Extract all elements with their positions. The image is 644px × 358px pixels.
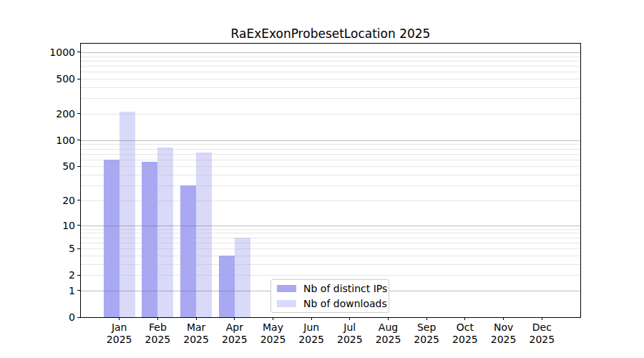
bar-downloads-mar-2025: [196, 153, 212, 318]
x-tick-mark: [311, 317, 312, 320]
y-tick-mark: [77, 290, 81, 291]
legend-label-downloads: Nb of downloads: [303, 298, 387, 310]
y-tick-label: 10: [34, 220, 75, 231]
bar-distinct-ips-apr-2025: [219, 256, 235, 317]
gridline-minor: [81, 160, 580, 160]
gridline-minor: [81, 72, 580, 72]
gridline-major: [81, 52, 580, 53]
y-tick-mark: [77, 52, 81, 52]
gridline-minor: [81, 243, 580, 243]
legend-swatch-distinct-ips-icon: [277, 285, 296, 292]
bar-distinct-ips-jan-2025: [104, 160, 119, 317]
y-tick-mark: [77, 140, 81, 140]
x-tick-label-line: Dec: [518, 321, 565, 334]
gridline-minor: [81, 256, 580, 256]
gridline-minor: [81, 98, 580, 99]
chart-figure: RaExExonProbesetLocation 2025 0125102050…: [0, 0, 644, 358]
y-tick-label: 500: [34, 73, 75, 84]
gridline-major: [81, 226, 580, 226]
y-tick-label: 20: [34, 195, 75, 206]
gridline-minor: [81, 248, 580, 249]
x-tick-mark: [196, 317, 197, 320]
gridline-minor: [81, 238, 580, 238]
y-tick-label: 5: [34, 243, 75, 254]
y-tick-label: 200: [34, 108, 75, 120]
gridline-minor: [81, 66, 580, 67]
gridline-minor: [81, 264, 580, 265]
gridline-minor: [81, 275, 580, 276]
y-tick-label: 100: [34, 135, 75, 146]
y-tick-mark: [77, 275, 81, 276]
x-tick-label: Dec2025: [518, 321, 565, 346]
x-tick-mark: [464, 317, 465, 320]
legend-item-downloads: Nb of downloads: [277, 298, 383, 310]
gridline-major: [81, 140, 580, 141]
x-tick-mark: [388, 317, 389, 320]
y-tick-mark: [77, 166, 81, 167]
y-tick-mark: [77, 113, 81, 114]
x-tick-mark: [157, 317, 158, 320]
gridline-minor: [81, 185, 580, 186]
legend: Nb of distinct IPs Nb of downloads: [270, 279, 389, 313]
gridline-minor: [81, 87, 580, 88]
y-tick-label: 2: [34, 269, 75, 281]
gridline-minor: [81, 149, 580, 150]
x-tick-mark: [273, 317, 273, 320]
gridline-minor: [81, 114, 580, 115]
y-tick-label: 0: [34, 311, 75, 323]
y-tick-mark: [77, 200, 81, 200]
gridline-minor: [81, 233, 580, 233]
gridline-minor: [81, 57, 580, 57]
x-tick-mark: [426, 317, 427, 320]
y-tick-label: 50: [34, 160, 75, 172]
gridline-minor: [81, 61, 580, 62]
x-tick-mark: [503, 317, 504, 320]
chart-title: RaExExonProbesetLocation 2025: [80, 26, 581, 42]
y-tick-mark: [77, 317, 81, 318]
x-tick-mark: [234, 317, 235, 320]
y-tick-mark: [77, 225, 81, 226]
bar-downloads-apr-2025: [235, 238, 250, 317]
x-tick-mark: [119, 317, 119, 320]
y-tick-mark: [77, 248, 81, 249]
gridline-minor: [81, 200, 580, 201]
legend-swatch-downloads-icon: [277, 300, 296, 307]
gridline-minor: [81, 79, 580, 79]
x-tick-mark: [542, 317, 542, 320]
plot-area: [81, 44, 580, 317]
x-tick-label-line: 2025: [518, 334, 565, 346]
legend-label-distinct-ips: Nb of distinct IPs: [303, 283, 387, 295]
gridline-minor: [81, 175, 580, 175]
gridline-minor: [81, 144, 580, 145]
y-tick-label: 1: [34, 285, 75, 296]
gridline-minor: [81, 166, 580, 167]
y-tick-label: 1000: [34, 47, 75, 58]
gridline-minor: [81, 154, 580, 155]
legend-item-distinct-ips: Nb of distinct IPs: [277, 283, 383, 295]
y-tick-mark: [77, 79, 81, 79]
bar-downloads-jan-2025: [119, 112, 135, 317]
gridline-minor: [81, 229, 580, 230]
x-tick-mark: [349, 317, 350, 320]
bar-distinct-ips-mar-2025: [180, 185, 196, 317]
